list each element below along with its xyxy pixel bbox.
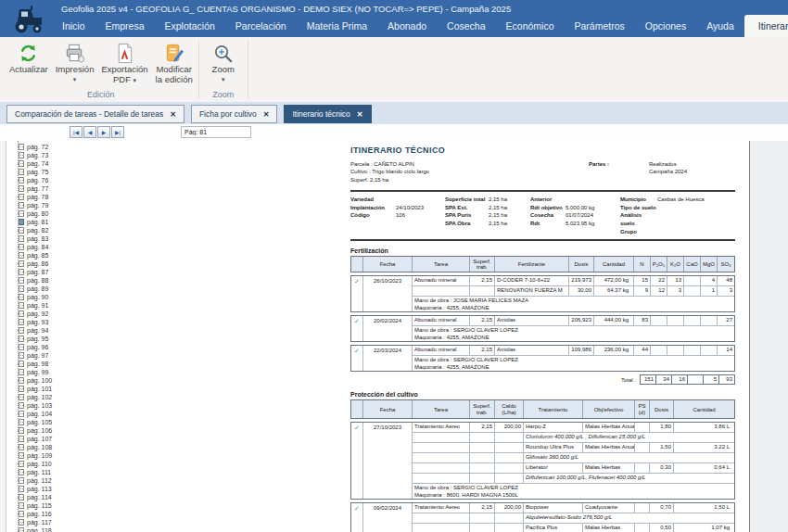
tree-item[interactable]: pág. 109	[6, 451, 62, 460]
page-icon	[19, 202, 24, 209]
tree-item[interactable]: pág. 111	[6, 468, 62, 476]
page-number-input[interactable]	[181, 126, 251, 138]
menu-item[interactable]: Económico	[496, 15, 565, 37]
tree-item[interactable]: pág. 112	[6, 476, 62, 485]
tree-item-label: pág. 83	[27, 235, 48, 242]
tree-item[interactable]: pág. 93	[6, 318, 62, 326]
zoom-button[interactable]: Zoom ▾	[201, 40, 246, 88]
column-header: SO₃	[718, 257, 734, 272]
document-tab[interactable]: Comparación de tareas - Detalle de tarea…	[6, 105, 184, 123]
menu-item[interactable]: Ayuda	[696, 15, 744, 37]
tree-item[interactable]: pág. 118	[6, 526, 62, 532]
cell-nutriente	[667, 316, 684, 325]
tab-close-icon[interactable]: ✕	[170, 110, 176, 119]
menu-item[interactable]: Parámetros	[565, 15, 635, 37]
tree-item[interactable]: pág. 75	[6, 168, 62, 176]
modificar-edicion-button[interactable]: Modificar la edición	[152, 40, 197, 88]
menu-item[interactable]: Cosecha	[437, 15, 495, 37]
tree-item[interactable]: pág. 81	[6, 218, 62, 226]
tree-item[interactable]: pág. 79	[6, 201, 62, 209]
tree-item[interactable]: pág. 72	[6, 143, 62, 151]
menu-item[interactable]: Opciones	[635, 15, 696, 37]
tree-item[interactable]: pág. 101	[6, 385, 62, 393]
tree-item-label: pág. 77	[27, 185, 48, 192]
cell-caldo: 200,00	[495, 503, 524, 513]
document-tab[interactable]: Ficha por cultivo✕	[191, 105, 278, 123]
tree-item[interactable]: pág. 102	[6, 393, 62, 401]
tree-item-label: pág. 102	[27, 394, 52, 400]
tree-item[interactable]: pág. 103	[6, 401, 62, 410]
menu-item[interactable]: Abonado	[377, 15, 437, 37]
tree-item[interactable]: pág. 117	[6, 518, 62, 526]
first-page-button[interactable]: |◀	[70, 126, 83, 138]
menu-item[interactable]: Inicio	[52, 15, 95, 37]
tree-item[interactable]: pág. 83	[6, 234, 62, 243]
menu-item[interactable]: Materia Prima	[297, 15, 377, 37]
tab-close-icon[interactable]: ✕	[357, 110, 363, 119]
tree-item[interactable]: pág. 84	[6, 243, 62, 251]
tree-item[interactable]: pág. 114	[6, 493, 62, 501]
tree-item[interactable]: pág. 100	[6, 376, 62, 385]
total-cell: 34	[655, 374, 672, 385]
tree-item-label: pág. 118	[27, 527, 52, 532]
previous-page-button[interactable]: ◀	[83, 126, 96, 138]
tree-item[interactable]: pág. 106	[6, 426, 62, 435]
tree-item[interactable]: pág. 113	[6, 485, 62, 493]
last-page-button[interactable]: ▶|	[111, 126, 124, 138]
tree-item[interactable]: pág. 99	[6, 368, 62, 376]
cell-fecha: 22/03/2024	[363, 346, 413, 371]
tree-item[interactable]: pág. 90	[6, 293, 62, 301]
info-label: Análisis suelo	[620, 211, 657, 227]
tree-item[interactable]: pág. 77	[6, 184, 62, 193]
next-page-button[interactable]: ▶	[97, 126, 110, 138]
tree-item[interactable]: pág. 73	[6, 151, 62, 159]
tree-item[interactable]: pág. 115	[6, 501, 62, 510]
tree-item[interactable]: pág. 91	[6, 301, 62, 310]
tree-item[interactable]: pág. 94	[6, 326, 62, 335]
impresion-button[interactable]: Impresión ▾	[52, 40, 98, 88]
document-tab[interactable]: Itinerario técnico✕	[284, 105, 371, 123]
tree-item[interactable]: pág. 116	[6, 510, 62, 518]
tree-item[interactable]: pág. 105	[6, 418, 62, 426]
tree-item[interactable]: pág. 87	[6, 268, 62, 276]
tree-item[interactable]: pág. 78	[6, 193, 62, 201]
tree-item-label: pág. 106	[27, 427, 52, 434]
cell-tratamiento: Biopower	[524, 503, 583, 513]
tree-item[interactable]: pág. 76	[6, 176, 62, 184]
column-header: Tarea	[413, 400, 470, 418]
tree-item[interactable]: pág. 80	[6, 209, 62, 218]
menu-item[interactable]: Parcelación	[225, 15, 297, 37]
cell-nutriente	[701, 346, 718, 355]
actualizar-button[interactable]: Actualizar	[6, 40, 52, 88]
tab-label: Ficha por cultivo	[199, 109, 257, 119]
exportacion-pdf-button[interactable]: Exportación PDF ▾	[97, 40, 151, 88]
page-icon	[19, 369, 24, 375]
menu-tab-itinerario-tecnico[interactable]: Itinerario técnico	[744, 15, 788, 37]
cell-tarea	[413, 513, 470, 523]
tree-item[interactable]: pág. 110	[6, 460, 62, 468]
tree-item[interactable]: pág. 96	[6, 343, 62, 351]
tree-item[interactable]: pág. 107	[6, 435, 62, 443]
tree-item[interactable]: pág. 74	[6, 159, 62, 168]
partes-value: Realizados	[649, 160, 687, 168]
page-icon	[19, 177, 24, 184]
geofolia-logo-icon[interactable]	[8, 3, 49, 34]
tree-item[interactable]: pág. 98	[6, 360, 62, 368]
tree-item[interactable]: pág. 97	[6, 351, 62, 360]
tab-close-icon[interactable]: ✕	[263, 110, 270, 119]
tree-item[interactable]: pág. 104	[6, 410, 62, 418]
menu-item[interactable]: Explotación	[155, 15, 225, 37]
tree-item[interactable]: pág. 108	[6, 443, 62, 451]
tree-scrollbar[interactable]	[0, 141, 6, 532]
product-line: Abonado mineral2,15Amidas206,923444,00 k…	[413, 316, 734, 326]
cell-objetivo: Malas Hierbas	[583, 524, 635, 532]
tree-item[interactable]: pág. 85	[6, 251, 62, 260]
tree-item[interactable]: pág. 89	[6, 285, 62, 293]
column-header: PS (d)	[635, 400, 650, 418]
menu-item[interactable]: Empresa	[95, 15, 155, 37]
tree-item[interactable]: pág. 88	[6, 276, 62, 285]
tree-item[interactable]: pág. 95	[6, 335, 62, 343]
tree-item[interactable]: pág. 86	[6, 260, 62, 268]
tree-item[interactable]: pág. 92	[6, 310, 62, 318]
tree-item[interactable]: pág. 82	[6, 226, 62, 234]
